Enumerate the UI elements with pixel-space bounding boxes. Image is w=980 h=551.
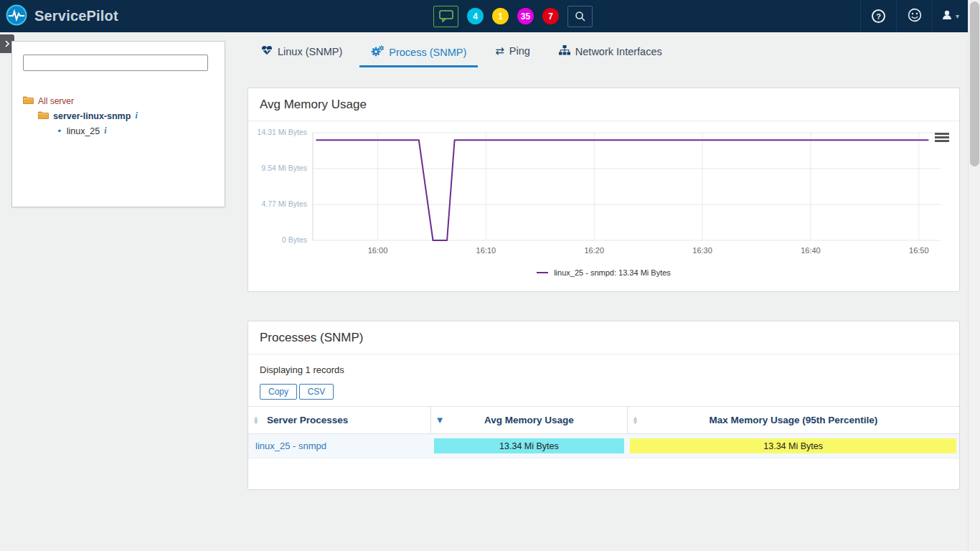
column-label: Max Memory Usage (95th Percentile) xyxy=(709,415,877,425)
scrollbar-thumb[interactable] xyxy=(970,1,979,166)
svg-text:0 Bytes: 0 Bytes xyxy=(282,235,307,244)
tree-search-input[interactable] xyxy=(23,55,208,71)
svg-text:16:40: 16:40 xyxy=(801,246,821,255)
avg-memory-usage-card: Avg Memory Usage 0 Bytes4.77 Mi Bytes9.5… xyxy=(248,88,960,292)
device-tree: All server server-linux-snmp i • linux_2… xyxy=(23,93,138,138)
tab-linux-snmp[interactable]: Linux (SNMP) xyxy=(260,43,344,66)
max-memory-bar: 13.34 Mi Bytes xyxy=(630,438,956,453)
bullet-icon: • xyxy=(57,126,62,136)
tab-network-interfaces[interactable]: Network Interfaces xyxy=(557,43,664,66)
brand[interactable]: ServicePilot xyxy=(6,4,118,28)
chart-title: Avg Memory Usage xyxy=(248,88,959,121)
chat-icon[interactable] xyxy=(433,6,458,27)
notification-badge[interactable]: 1 xyxy=(492,8,509,24)
avg-memory-bar: 13.34 Mi Bytes xyxy=(434,438,625,453)
tree-item-all-server[interactable]: All server xyxy=(23,93,138,108)
feedback-button[interactable] xyxy=(896,0,932,32)
tab-label: Network Interfaces xyxy=(575,46,662,57)
search-icon[interactable] xyxy=(567,6,593,27)
notification-badge[interactable]: 35 xyxy=(517,8,534,24)
tree-item-server-linux-snmp[interactable]: server-linux-snmp i xyxy=(38,108,138,123)
view-tabs: Linux (SNMP) xyxy=(260,43,664,67)
export-buttons: Copy CSV xyxy=(248,377,959,406)
chevron-down-icon: ▾ xyxy=(956,12,959,20)
svg-text:16:10: 16:10 xyxy=(476,246,496,255)
topbar-right: ? ▾ xyxy=(860,0,968,32)
top-navbar: ServicePilot 41357 ? xyxy=(0,0,968,32)
notification-badge[interactable]: 4 xyxy=(467,8,484,24)
tab-ping[interactable]: ⇄ Ping xyxy=(494,43,532,65)
svg-text:16:50: 16:50 xyxy=(909,246,929,255)
copy-button[interactable]: Copy xyxy=(260,384,297,400)
tree-item-label: linux_25 xyxy=(67,126,100,136)
chevron-right-icon xyxy=(4,40,10,47)
sort-desc-icon[interactable]: ▼ xyxy=(437,417,443,424)
legend-line-swatch xyxy=(537,272,548,273)
processes-snmp-card: Processes (SNMP) Displaying 1 records Co… xyxy=(248,321,960,490)
folder-icon xyxy=(38,110,49,121)
svg-text:4.77 Mi Bytes: 4.77 Mi Bytes xyxy=(261,199,307,208)
device-tree-panel: All server server-linux-snmp i • linux_2… xyxy=(11,41,225,207)
col-avg-memory-usage[interactable]: ▼ Avg Memory Usage xyxy=(431,407,628,434)
table-card-title: Processes (SNMP) xyxy=(248,321,959,354)
sitemap-icon xyxy=(559,45,570,57)
info-icon[interactable]: i xyxy=(104,126,106,136)
sort-icon[interactable]: ▲▼ xyxy=(254,416,258,425)
smiley-icon xyxy=(908,8,922,24)
user-menu-button[interactable]: ▾ xyxy=(932,0,968,32)
tab-process-snmp[interactable]: Process (SNMP) xyxy=(369,43,468,67)
help-button[interactable]: ? xyxy=(860,0,896,32)
notification-area: 41357 xyxy=(433,5,593,27)
tree-item-linux-25[interactable]: • linux_25 i xyxy=(57,123,138,138)
memory-usage-chart: 0 Bytes4.77 Mi Bytes9.54 Mi Bytes14.31 M… xyxy=(254,126,953,266)
svg-text:14.31 Mi Bytes: 14.31 Mi Bytes xyxy=(258,128,307,136)
process-table-body: linux_25 - snmpd13.34 Mi Bytes13.34 Mi B… xyxy=(248,434,959,458)
folder-icon xyxy=(23,95,34,106)
question-icon: ? xyxy=(872,9,885,23)
svg-text:9.54 Mi Bytes: 9.54 Mi Bytes xyxy=(261,164,307,172)
chart-context-menu-icon[interactable] xyxy=(935,133,949,143)
process-link[interactable]: linux_25 - snmpd xyxy=(255,441,326,451)
notification-badge[interactable]: 7 xyxy=(542,8,559,24)
app-title: ServicePilot xyxy=(34,8,118,24)
exchange-arrows-icon: ⇄ xyxy=(495,46,504,57)
info-icon[interactable]: i xyxy=(135,110,137,121)
tab-label: Ping xyxy=(509,45,530,57)
user-icon xyxy=(941,9,953,23)
process-table: ▲▼ Server Processes ▼ Avg Memory Usage ▲… xyxy=(248,406,959,458)
heartbeat-icon xyxy=(261,45,273,57)
svg-text:16:30: 16:30 xyxy=(692,246,712,255)
tab-label: Process (SNMP) xyxy=(389,47,466,58)
records-count-text: Displaying 1 records xyxy=(248,354,959,377)
column-label: Avg Memory Usage xyxy=(484,415,574,425)
scrollbar xyxy=(968,0,980,551)
tree-item-label: All server xyxy=(38,96,74,106)
tab-label: Linux (SNMP) xyxy=(278,46,342,57)
col-server-processes[interactable]: ▲▼ Server Processes xyxy=(248,407,431,434)
gears-icon xyxy=(371,45,384,59)
svg-text:16:00: 16:00 xyxy=(368,246,388,255)
table-row: linux_25 - snmpd13.34 Mi Bytes13.34 Mi B… xyxy=(248,434,959,458)
logo-icon xyxy=(6,4,27,28)
col-max-memory-usage[interactable]: ▲▼ Max Memory Usage (95th Percentile) xyxy=(627,407,959,434)
tree-item-label: server-linux-snmp xyxy=(53,111,131,121)
svg-text:16:20: 16:20 xyxy=(584,246,604,255)
notification-badges: 41357 xyxy=(467,8,559,24)
sort-icon[interactable]: ▲▼ xyxy=(633,416,637,425)
chart-legend[interactable]: linux_25 - snmpd: 13.34 Mi Bytes xyxy=(248,268,959,277)
column-label: Server Processes xyxy=(267,415,348,425)
legend-label: linux_25 - snmpd: 13.34 Mi Bytes xyxy=(554,268,671,277)
csv-button[interactable]: CSV xyxy=(299,384,334,400)
table-header-row: ▲▼ Server Processes ▼ Avg Memory Usage ▲… xyxy=(248,407,959,434)
